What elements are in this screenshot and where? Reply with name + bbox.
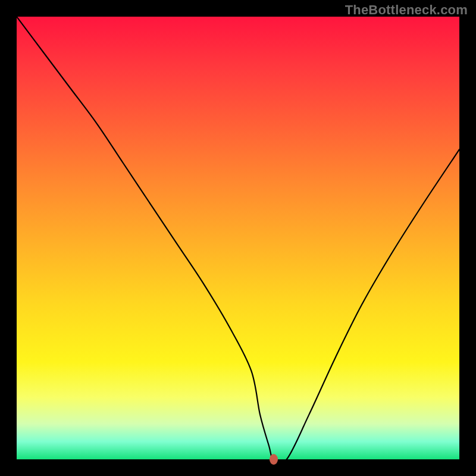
plot-area [17,17,459,459]
optimal-point-marker [270,454,278,465]
chart-frame: TheBottleneck.com [0,0,476,476]
watermark-text: TheBottleneck.com [345,2,468,18]
bottleneck-curve [17,17,459,459]
